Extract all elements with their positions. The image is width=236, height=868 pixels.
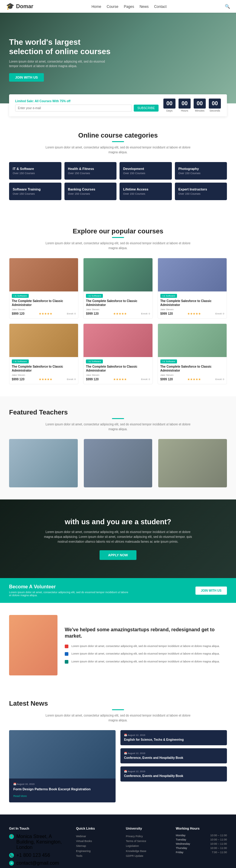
course-footer-2: $999 120 ★★★★★ Enroll: 0: [160, 312, 224, 315]
category-health-fitness[interactable]: Health & Fitness Over 150 Courses: [64, 162, 117, 180]
course-info-2: The Complete Salesforce to Classic Admin…: [158, 299, 227, 318]
course-card-0[interactable]: I & Software The Complete Salesforce to …: [9, 258, 78, 319]
hero-title: The world's largest selection of online …: [9, 37, 115, 56]
news-read-more[interactable]: Read More: [13, 795, 27, 798]
footer-link-virtual-books[interactable]: Virtual Books: [76, 839, 119, 843]
seconds-number: 00: [209, 99, 221, 108]
teachers-grid: [9, 439, 227, 487]
course-card-2[interactable]: I & Software The Complete Salesforce to …: [158, 258, 227, 319]
apply-now-button[interactable]: APPLY NOW: [99, 550, 136, 560]
cat-name: Lifetime Access: [123, 187, 168, 191]
category-expert-instructors[interactable]: Expert Instructors Over 150 Courses: [175, 183, 227, 200]
working-row-4: Friday 7:00 – 11:00: [176, 851, 227, 854]
footer-address-text: Monica Street, A Building, Kensington, L…: [16, 834, 69, 850]
news-item-0[interactable]: 📅 August 12, 2019 English for Science, T…: [120, 730, 227, 745]
student-cta-description: Lorem ipsum dolor sit amet, consectetur …: [42, 530, 194, 544]
news-item-0-date: 📅 August 12, 2019: [124, 734, 223, 737]
working-hours-0: 10:00 – 11:00: [210, 834, 227, 837]
calendar-icon-s2: 📅: [124, 770, 127, 773]
course-price-5: $999 120: [160, 378, 173, 381]
category-lifetime-access[interactable]: Lifetime Access Over 150 Courses: [119, 183, 172, 200]
cat-count: Over 150 Courses: [13, 192, 58, 195]
footer-knowledge-base[interactable]: Knowledge Base: [126, 849, 169, 854]
cat-name: Banking Courses: [68, 187, 113, 191]
course-image-0: [9, 258, 78, 291]
courses-underline: [112, 237, 124, 238]
teacher-card-0[interactable]: [9, 439, 78, 487]
teachers-underline: [112, 418, 124, 419]
nav-course[interactable]: Course: [107, 4, 118, 9]
helped-item-2: Lorem ipsum dolor sit amet, consectetur …: [65, 660, 227, 664]
hero-cta-button[interactable]: JOIN WITH US: [9, 73, 44, 82]
course-stars-2: ★★★★★: [187, 312, 201, 315]
course-info-4: The Complete Salesforce to Classic Admin…: [84, 365, 152, 384]
footer-legislation[interactable]: Legislation: [126, 843, 169, 848]
news-main-card[interactable]: 📅 August 10, 2019 Form Design Patterns B…: [9, 730, 116, 802]
subscribe-button[interactable]: SUBSCRIBE: [134, 104, 158, 112]
cat-name: IT & Software: [13, 167, 58, 170]
news-item-1[interactable]: 📅 August 12, 2019 Conference, Events and…: [120, 748, 227, 764]
category-banking[interactable]: Banking Courses Over 150 Courses: [64, 183, 117, 200]
course-instructor-2: Jake Steven: [160, 308, 224, 311]
search-icon[interactable]: 🔍: [225, 4, 230, 9]
footer-privacy-policy[interactable]: Privacy Policy: [126, 834, 169, 839]
sale-highlight: Courses With 75% off: [39, 99, 70, 103]
calendar-icon-s0: 📅: [124, 734, 127, 737]
nav-pages[interactable]: Pages: [124, 4, 134, 9]
course-image-2: [158, 258, 227, 291]
volunteer-join-button[interactable]: JOIN WITH US: [196, 587, 227, 595]
footer-email: ✉ contact@gmail.com: [9, 861, 69, 866]
footer-terms[interactable]: Terms of Service: [126, 839, 169, 843]
footer-gdpr[interactable]: GDPR Update: [126, 854, 169, 858]
category-it-software[interactable]: IT & Software Over 150 Courses: [9, 162, 61, 180]
days-label: Days: [164, 109, 176, 112]
footer-link-tools[interactable]: Tools: [76, 854, 119, 858]
footer-grid: Get In Touch 📍 Monica Street, A Building…: [9, 827, 227, 868]
news-right-column: 📅 August 12, 2019 English for Science, T…: [120, 730, 227, 802]
countdown-seconds: 00 Seconds: [209, 99, 221, 112]
footer-link-engineering[interactable]: Engineering: [76, 849, 119, 854]
category-development[interactable]: Development Over 150 Courses: [119, 162, 172, 180]
footer-email-text: contact@gmail.com: [16, 861, 59, 866]
course-card-4[interactable]: I & Software The Complete Salesforce to …: [83, 323, 152, 384]
news-subtitle: Lorem ipsum dolor sit amet, consectetur …: [42, 713, 194, 723]
news-item-1-date: 📅 August 12, 2019: [124, 752, 223, 755]
countdown-units: 00 Days 00 Hours 00 Minutes 00 Seconds: [164, 99, 221, 112]
student-cta-section: with us and you are a student? Lorem ips…: [0, 499, 236, 578]
email-input[interactable]: [15, 104, 132, 112]
helped-text-1: Lorem ipsum dolor sit amet, consectetur …: [71, 652, 220, 656]
courses-grid: I & Software The Complete Salesforce to …: [9, 258, 227, 384]
course-card-1[interactable]: I & Software The Complete Salesforce to …: [83, 258, 152, 319]
cat-count: Over 150 Courses: [13, 172, 58, 175]
volunteer-description: Lorem ipsum dolor sit amet, consectetur …: [9, 591, 130, 597]
categories-underline: [112, 141, 124, 142]
cat-count: Over 150 Courses: [123, 192, 168, 195]
nav-home[interactable]: Home: [91, 4, 101, 9]
category-software-training[interactable]: Software Training Over 150 Courses: [9, 183, 61, 200]
teachers-section: Featured Teachers Lorem ipsum dolor sit …: [0, 396, 236, 499]
news-item-2[interactable]: 📅 August 12, 2019 Conference, Events and…: [120, 767, 227, 781]
footer-link-sitemap[interactable]: Sitemap: [76, 843, 119, 848]
nav-links: Home Course Pages News Contact: [91, 4, 167, 9]
helped-section: We've helped some amazingstartups rebran…: [0, 603, 236, 687]
teacher-image-0: [9, 439, 78, 487]
course-info-0: The Complete Salesforce to Classic Admin…: [9, 299, 78, 318]
news-item-1-title: Conference, Events and Hospitality Book: [124, 756, 223, 760]
nav-contact[interactable]: Contact: [154, 4, 167, 9]
course-card-5[interactable]: I & Software The Complete Salesforce to …: [158, 323, 227, 384]
footer: Get In Touch 📍 Monica Street, A Building…: [0, 814, 236, 868]
nav-news[interactable]: News: [140, 4, 149, 9]
course-footer-4: $999 120 ★★★★★ Enroll: 0: [86, 378, 150, 381]
footer-phone-text: +1 800 123 456: [16, 852, 50, 858]
footer-link-webinar[interactable]: Webinar: [76, 834, 119, 839]
teacher-card-1[interactable]: [84, 439, 152, 487]
category-photography[interactable]: Photography Over 150 Courses: [175, 162, 227, 180]
news-main-body: 📅 August 10, 2019 Form Design Patterns B…: [9, 778, 116, 802]
navbar: 🎓 Domar Home Course Pages News Contact 🔍: [0, 0, 236, 13]
course-card-3[interactable]: I & Software The Complete Salesforce to …: [9, 323, 78, 384]
teacher-card-2[interactable]: [158, 439, 227, 487]
location-icon: 📍: [9, 834, 14, 839]
course-badge-1: I & Software: [86, 294, 103, 298]
footer-quick-links-col: Quick Links Webinar Virtual Books Sitema…: [76, 827, 119, 868]
logo-text: Domar: [16, 3, 33, 10]
